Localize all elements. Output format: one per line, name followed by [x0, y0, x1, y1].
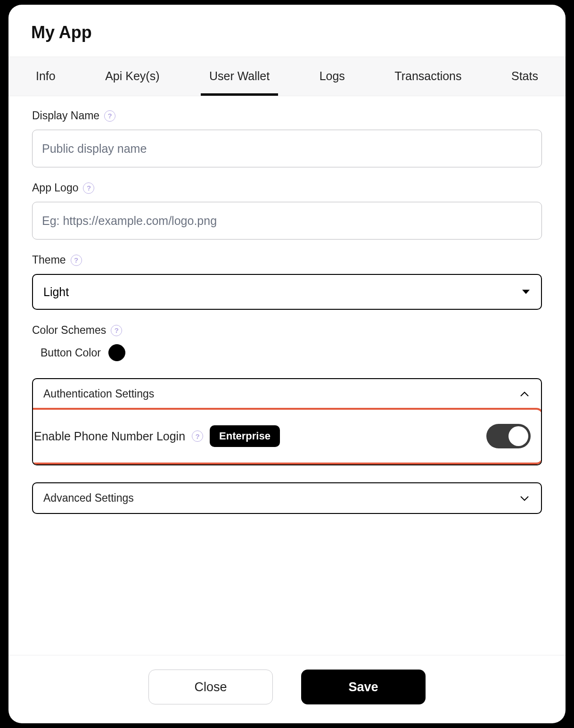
tabs-bar: Info Api Key(s) User Wallet Logs Transac…	[8, 57, 566, 96]
button-color-swatch[interactable]	[108, 344, 125, 361]
help-icon[interactable]: ?	[104, 110, 115, 122]
display-name-label: Display Name	[32, 109, 99, 122]
auth-settings-title: Authentication Settings	[43, 388, 154, 400]
display-name-field: Display Name ?	[32, 109, 542, 167]
tab-stats[interactable]: Stats	[503, 57, 547, 96]
theme-field: Theme ? Light	[32, 254, 542, 310]
tab-transactions[interactable]: Transactions	[386, 57, 470, 96]
chevron-up-icon	[518, 388, 531, 400]
auth-settings-body: Enable Phone Number Login ? Enterprise	[33, 408, 541, 464]
button-color-label: Button Color	[41, 347, 101, 359]
modal-header: My App	[8, 5, 566, 57]
toggle-knob	[508, 426, 528, 446]
tab-info[interactable]: Info	[27, 57, 64, 96]
theme-select[interactable]: Light	[32, 274, 542, 310]
color-schemes-label: Color Schemes	[32, 324, 106, 337]
phone-login-toggle[interactable]	[486, 424, 531, 448]
advanced-settings-header[interactable]: Advanced Settings	[33, 483, 541, 513]
app-logo-field: App Logo ?	[32, 182, 542, 240]
help-icon[interactable]: ?	[192, 430, 203, 442]
enterprise-badge: Enterprise	[210, 425, 280, 447]
display-name-input[interactable]	[32, 130, 542, 167]
chevron-down-icon	[518, 492, 531, 505]
modal-title: My App	[31, 23, 543, 42]
tab-api-keys[interactable]: Api Key(s)	[97, 57, 168, 96]
advanced-settings-accordion: Advanced Settings	[32, 482, 542, 514]
advanced-settings-title: Advanced Settings	[43, 492, 134, 505]
help-icon[interactable]: ?	[111, 325, 122, 336]
help-icon[interactable]: ?	[83, 182, 94, 194]
auth-settings-accordion: Authentication Settings Enable Phone Num…	[32, 378, 542, 465]
auth-settings-header[interactable]: Authentication Settings	[33, 379, 541, 409]
app-settings-modal: My App Info Api Key(s) User Wallet Logs …	[8, 5, 566, 723]
modal-footer: Close Save	[8, 655, 566, 723]
color-schemes-field: Color Schemes ? Button Color	[32, 324, 542, 361]
theme-label: Theme	[32, 254, 66, 266]
close-button[interactable]: Close	[148, 670, 273, 704]
phone-login-label: Enable Phone Number Login	[34, 430, 185, 443]
help-icon[interactable]: ?	[71, 255, 82, 266]
modal-content: Display Name ? App Logo ? Theme ? Light	[8, 96, 566, 655]
tab-user-wallet[interactable]: User Wallet	[201, 57, 278, 96]
phone-login-row: Enable Phone Number Login ? Enterprise	[32, 408, 542, 464]
app-logo-input[interactable]	[32, 202, 542, 240]
tab-logs[interactable]: Logs	[311, 57, 353, 96]
save-button[interactable]: Save	[301, 670, 426, 704]
app-logo-label: App Logo	[32, 182, 78, 194]
